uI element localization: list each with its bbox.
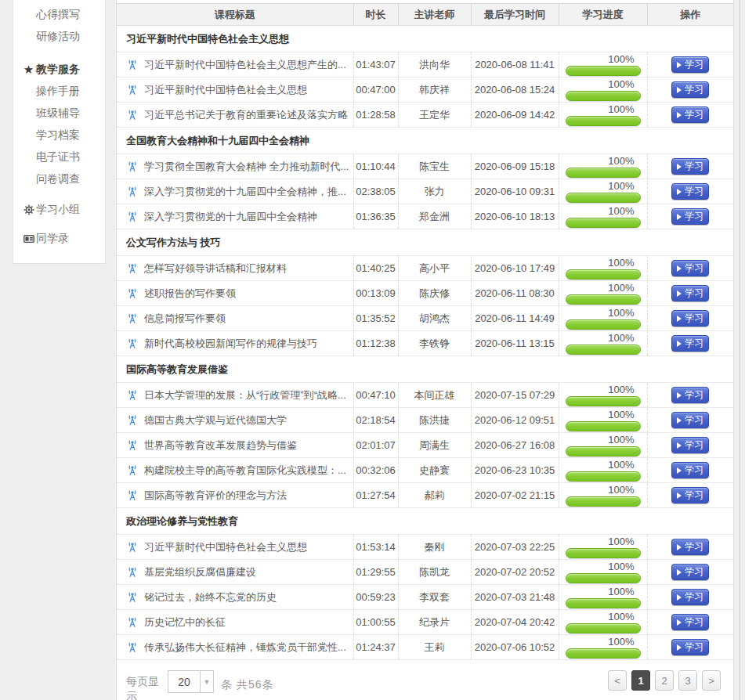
study-button[interactable]: 学习 bbox=[671, 158, 709, 175]
sidebar-item-6[interactable]: 电子证书 bbox=[13, 146, 105, 168]
course-title-link[interactable]: 基层党组织反腐倡廉建设 bbox=[144, 565, 256, 579]
group-header-row: 国际高等教育发展借鉴 bbox=[117, 356, 733, 383]
sidebar-item-1[interactable]: 研修活动 bbox=[13, 26, 105, 48]
course-title-cell: 信息简报写作要领 bbox=[117, 306, 353, 331]
study-button[interactable]: 学习 bbox=[671, 335, 709, 352]
study-button[interactable]: 学习 bbox=[671, 81, 709, 98]
study-button[interactable]: 学习 bbox=[671, 387, 709, 403]
per-page-select[interactable]: 20 ▼ bbox=[168, 670, 214, 693]
course-title-link[interactable]: 日本大学管理的发展：从“行政管理”到“战略... bbox=[144, 388, 346, 402]
course-title-link[interactable]: 历史记忆中的长征 bbox=[144, 615, 226, 630]
study-button-label: 学习 bbox=[685, 565, 703, 579]
course-title-wrap: 德国古典大学观与近代德国大学 bbox=[127, 413, 353, 428]
page-button-3[interactable]: 3 bbox=[678, 670, 697, 691]
page-button-2[interactable]: 2 bbox=[655, 670, 674, 691]
study-button[interactable]: 学习 bbox=[671, 639, 709, 655]
course-duration: 01:27:54 bbox=[353, 483, 398, 508]
sidebar-item-label: 班级辅导 bbox=[36, 106, 80, 121]
progress-widget: 100% bbox=[566, 460, 641, 482]
course-title-link[interactable]: 深入学习贯彻党的十九届四中全会精神，推... bbox=[144, 185, 346, 199]
sidebar-item-label: 操作手册 bbox=[36, 85, 80, 99]
course-title-link[interactable]: 学习贯彻全国教育大会精神 全力推动新时代... bbox=[144, 160, 349, 174]
sidebar-item-9[interactable]: 同学录 bbox=[13, 228, 105, 250]
last-study-time: 2020-06-08 15:24 bbox=[471, 78, 559, 103]
course-title-link[interactable]: 世界高等教育改革发展趋势与借鉴 bbox=[144, 438, 297, 453]
group-header-row: 公文写作方法与 技巧 bbox=[117, 229, 733, 256]
broadcast-tower-icon bbox=[127, 85, 138, 96]
course-title-link[interactable]: 习近平新时代中国特色社会主义思想 bbox=[144, 83, 307, 97]
study-button[interactable]: 学习 bbox=[671, 564, 709, 580]
course-title-link[interactable]: 怎样写好领导讲话稿和汇报材料 bbox=[144, 262, 287, 276]
study-button[interactable]: 学习 bbox=[671, 285, 709, 301]
course-title-wrap: 历史记忆中的长征 bbox=[127, 615, 353, 630]
sidebar-item-label: 问卷调查 bbox=[36, 172, 80, 186]
study-button[interactable]: 学习 bbox=[671, 310, 709, 327]
progress-widget: 100% bbox=[566, 258, 641, 280]
course-title-link[interactable]: 习近平总书记关于教育的重要论述及落实方略 bbox=[144, 108, 348, 122]
play-icon bbox=[677, 189, 682, 195]
sidebar-item-label: 心得撰写 bbox=[36, 8, 80, 22]
study-button[interactable]: 学习 bbox=[671, 487, 709, 503]
course-title-link[interactable]: 新时代高校校园新闻写作的规律与技巧 bbox=[144, 337, 317, 351]
course-title-link[interactable]: 述职报告的写作要领 bbox=[144, 287, 236, 301]
progress-widget: 100% bbox=[566, 561, 641, 583]
sidebar-item-2[interactable]: ★教学服务 bbox=[13, 59, 105, 81]
study-button-label: 学习 bbox=[685, 312, 703, 325]
study-button[interactable]: 学习 bbox=[671, 183, 709, 200]
sidebar: 心得撰写研修活动★教学服务操作手册班级辅导学习档案电子证书问卷调查学习小组同学录 bbox=[13, 0, 106, 264]
group-header-row: 政治理论修养与党性教育 bbox=[117, 508, 733, 535]
progress-percent-label: 100% bbox=[566, 536, 641, 547]
course-title-link[interactable]: 铭记过去，始终不忘党的历史 bbox=[144, 590, 277, 604]
prev-page-button[interactable]: < bbox=[608, 670, 627, 691]
study-button[interactable]: 学习 bbox=[671, 437, 709, 453]
course-teacher: 纪录片 bbox=[398, 610, 471, 635]
sidebar-item-0[interactable]: 心得撰写 bbox=[13, 4, 105, 26]
page-button-1[interactable]: 1 bbox=[631, 670, 650, 691]
play-icon bbox=[677, 569, 682, 576]
course-title-link[interactable]: 习近平新时代中国特色社会主义思想 bbox=[144, 540, 307, 554]
sidebar-item-3[interactable]: 操作手册 bbox=[13, 81, 105, 103]
course-title-link[interactable]: 德国古典大学观与近代德国大学 bbox=[144, 413, 287, 428]
study-button[interactable]: 学习 bbox=[671, 589, 709, 605]
table-header: 课程标题时长主讲老师最后学习时间学习进度操作 bbox=[117, 4, 733, 26]
column-header-2: 主讲老师 bbox=[398, 4, 471, 26]
sidebar-item-5[interactable]: 学习档案 bbox=[13, 124, 105, 146]
broadcast-tower-icon bbox=[127, 415, 138, 426]
course-title-link[interactable]: 国际高等教育评价的理念与方法 bbox=[144, 489, 287, 503]
study-button[interactable]: 学习 bbox=[671, 208, 709, 225]
action-cell: 学习 bbox=[647, 281, 733, 306]
sidebar-item-7[interactable]: 问卷调查 bbox=[13, 168, 105, 190]
study-button[interactable]: 学习 bbox=[671, 56, 709, 73]
course-title-wrap: 深入学习贯彻党的十九届四中全会精神 bbox=[127, 210, 353, 224]
study-button[interactable]: 学习 bbox=[671, 106, 709, 123]
course-title-wrap: 深入学习贯彻党的十九届四中全会精神，推... bbox=[127, 185, 353, 199]
study-button-label: 学习 bbox=[685, 615, 703, 629]
study-button[interactable]: 学习 bbox=[671, 462, 709, 478]
course-title-link[interactable]: 深入学习贯彻党的十九届四中全会精神 bbox=[144, 210, 317, 224]
course-title-wrap: 构建院校主导的高等教育国际化实践模型：... bbox=[127, 464, 353, 478]
play-icon bbox=[677, 417, 682, 424]
course-title-link[interactable]: 信息简报写作要领 bbox=[144, 312, 226, 326]
play-icon bbox=[677, 341, 682, 347]
course-teacher: 高小平 bbox=[398, 256, 471, 281]
progress-bar bbox=[566, 91, 641, 101]
progress-cell: 100% bbox=[559, 78, 647, 103]
sidebar-item-8[interactable]: 学习小组 bbox=[13, 199, 105, 221]
progress-cell: 100% bbox=[559, 256, 647, 281]
course-title-link[interactable]: 传承弘扬伟大长征精神，锤炼党员干部党性... bbox=[144, 640, 346, 655]
study-button[interactable]: 学习 bbox=[671, 539, 709, 555]
course-title-link[interactable]: 构建院校主导的高等教育国际化实践模型：... bbox=[144, 464, 346, 478]
study-button[interactable]: 学习 bbox=[671, 412, 709, 428]
page: 心得撰写研修活动★教学服务操作手册班级辅导学习档案电子证书问卷调查学习小组同学录… bbox=[0, 0, 745, 700]
course-duration: 01:29:55 bbox=[353, 560, 398, 585]
course-title-link[interactable]: 习近平新时代中国特色社会主义思想产生的... bbox=[144, 58, 346, 72]
study-button[interactable]: 学习 bbox=[671, 260, 709, 276]
course-duration: 01:35:52 bbox=[353, 306, 398, 331]
course-title-wrap: 日本大学管理的发展：从“行政管理”到“战略... bbox=[127, 388, 353, 402]
next-page-button[interactable]: > bbox=[702, 670, 721, 691]
course-duration: 01:10:44 bbox=[353, 154, 398, 179]
study-button[interactable]: 学习 bbox=[671, 614, 709, 630]
sidebar-item-label: 同学录 bbox=[36, 232, 69, 246]
sidebar-item-4[interactable]: 班级辅导 bbox=[13, 103, 105, 124]
progress-widget: 100% bbox=[566, 308, 641, 330]
